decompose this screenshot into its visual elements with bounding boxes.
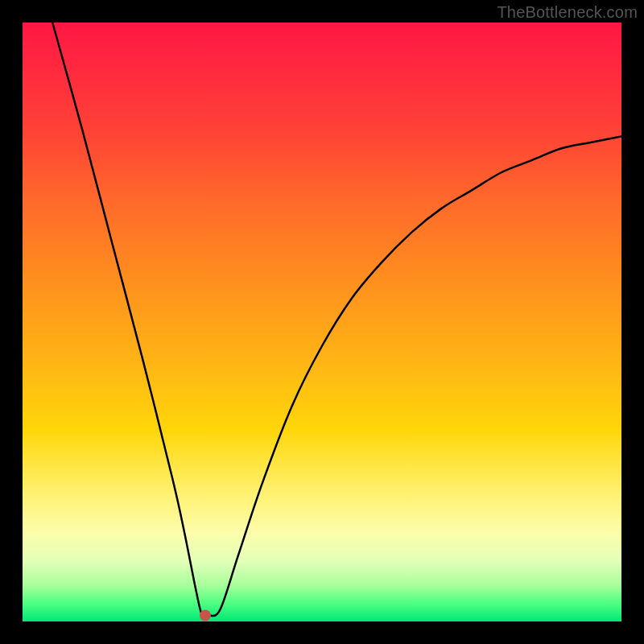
plot-area: [23, 23, 621, 621]
watermark-text: TheBottleneck.com: [497, 3, 638, 22]
chart-svg: [23, 23, 621, 621]
chart-frame: TheBottleneck.com: [0, 0, 644, 644]
marker-dot: [200, 610, 211, 621]
curve-line: [52, 23, 621, 617]
